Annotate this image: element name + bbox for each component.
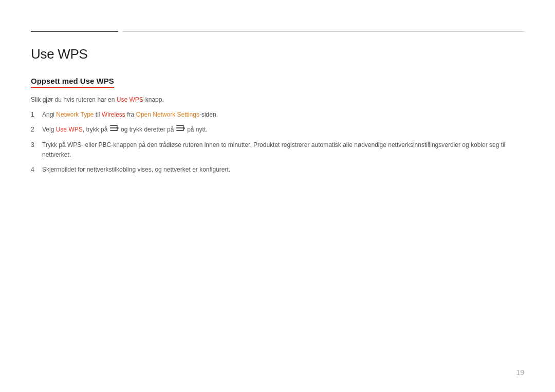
s1-plain4: -siden.	[199, 111, 218, 118]
step-4-text: Skjermbildet for nettverkstilkobling vis…	[42, 165, 524, 175]
page-container: Use WPS Oppsett med Use WPS Slik gjør du…	[0, 0, 555, 392]
s2-plain1: Velg	[42, 126, 56, 133]
top-rule-light	[122, 31, 524, 32]
step-2-content: Velg Use WPS, trykk på og trykk deretter…	[42, 125, 524, 135]
s1-open-network-settings: Open Network Settings	[136, 111, 199, 118]
step-2-text: Velg Use WPS, trykk på og trykk deretter…	[42, 125, 524, 135]
section-title: Oppsett med Use WPS	[31, 77, 114, 88]
top-rule-dark	[31, 31, 118, 32]
top-rule	[31, 31, 524, 32]
intro-text-after: -knapp.	[143, 96, 164, 103]
s1-plain3: fra	[125, 111, 136, 118]
step-3: 3 Trykk på WPS- eller PBC-knappen på den…	[31, 140, 524, 160]
page-title: Use WPS	[31, 46, 524, 62]
s2-plain2: , trykk på	[83, 126, 109, 133]
svg-marker-7	[183, 125, 185, 131]
s1-plain2: til	[94, 111, 102, 118]
svg-rect-1	[110, 127, 118, 128]
svg-rect-2	[110, 130, 118, 131]
step-4-number: 4	[31, 165, 42, 175]
s1-plain1: Angi	[42, 111, 56, 118]
intro-link-use-wps[interactable]: Use WPS	[117, 96, 143, 103]
step-2: 2 Velg Use WPS, trykk på og trykk derett…	[31, 125, 524, 135]
s2-plain4: på nytt.	[186, 126, 208, 133]
intro-text-before: Slik gjør du hvis ruteren har en	[31, 96, 117, 103]
svg-rect-5	[176, 127, 184, 128]
menu-icon-1	[110, 125, 119, 135]
step-1-content: Angi Network Type til Wireless fra Open …	[42, 110, 524, 120]
s2-plain3: og trykk deretter på	[119, 126, 176, 133]
step-3-text: Trykk på WPS- eller PBC-knappen på den t…	[42, 140, 524, 160]
svg-marker-3	[117, 125, 119, 131]
step-1-text: Angi Network Type til Wireless fra Open …	[42, 110, 524, 120]
step-3-content: Trykk på WPS- eller PBC-knappen på den t…	[42, 140, 524, 160]
intro-text: Slik gjør du hvis ruteren har en Use WPS…	[31, 95, 524, 105]
steps-list: 1 Angi Network Type til Wireless fra Ope…	[31, 110, 524, 175]
svg-rect-4	[176, 125, 184, 126]
step-2-number: 2	[31, 125, 42, 135]
step-1: 1 Angi Network Type til Wireless fra Ope…	[31, 110, 524, 120]
s1-wireless: Wireless	[102, 111, 125, 118]
page-number: 19	[516, 368, 524, 377]
svg-rect-6	[176, 130, 184, 131]
step-4: 4 Skjermbildet for nettverkstilkobling v…	[31, 165, 524, 175]
step-3-number: 3	[31, 140, 42, 150]
menu-icon-2	[176, 125, 185, 135]
step-4-content: Skjermbildet for nettverkstilkobling vis…	[42, 165, 524, 175]
step-1-number: 1	[31, 110, 42, 120]
s2-use-wps: Use WPS	[56, 126, 83, 133]
svg-rect-0	[110, 125, 118, 126]
s1-network-type: Network Type	[56, 111, 94, 118]
